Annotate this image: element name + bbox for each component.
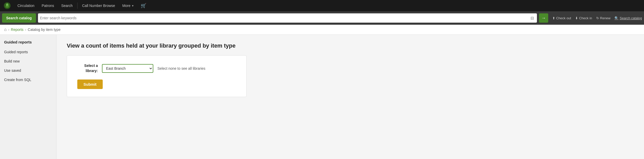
nav-more[interactable]: More ▼ (119, 2, 137, 9)
app-logo (3, 2, 11, 10)
sidebar: Guided reports Guided reports Build new … (0, 35, 56, 159)
library-select[interactable]: East Branch Main Library West Branch (102, 64, 153, 73)
more-dropdown-arrow: ▼ (131, 4, 134, 7)
sidebar-item-build-new[interactable]: Build new (0, 57, 56, 66)
sidebar-item-create-from-sql[interactable]: Create from SQL (0, 75, 56, 84)
library-label: Select alibrary: (77, 63, 98, 73)
home-icon[interactable]: ⌂ (4, 27, 7, 32)
more-label: More (122, 4, 130, 8)
report-form: Select alibrary: East Branch Main Librar… (67, 55, 247, 97)
breadcrumb: ⌂ › Reports › Catalog by item type (0, 25, 644, 35)
checkout-label: Check out (556, 16, 571, 20)
checkin-label: Check in (579, 16, 592, 20)
nav-call-number-browse[interactable]: Call Number Browse (79, 2, 118, 9)
submit-button[interactable]: Submit (77, 80, 103, 89)
checkout-icon: ⬆ (552, 16, 555, 20)
breadcrumb-current: Catalog by item type (28, 28, 61, 32)
checkin-button[interactable]: ⬇ Check in (575, 16, 592, 20)
nav-circulation[interactable]: Circulation (14, 2, 37, 9)
breadcrumb-sep-2: › (25, 28, 26, 32)
sidebar-item-guided-reports[interactable]: Guided reports (0, 47, 56, 57)
search-bar-row: Search catalog ⊟ → ⬆ Check out ⬇ Check i… (0, 11, 644, 25)
search-go-button[interactable]: → (539, 13, 548, 23)
renew-button[interactable]: ↻ Renew (596, 16, 610, 20)
search-catalog-button[interactable]: Search catalog (2, 13, 36, 23)
svg-point-2 (5, 6, 9, 8)
nav-patrons[interactable]: Patrons (39, 2, 57, 9)
library-hint: Select none to see all libraries (157, 66, 205, 70)
main-content: View a count of items held at your libra… (56, 35, 644, 159)
cart-icon[interactable]: 🛒 (138, 1, 149, 10)
breadcrumb-sep-1: › (8, 28, 10, 32)
filter-icon[interactable]: ⊟ (529, 16, 535, 21)
sidebar-item-use-saved[interactable]: Use saved (0, 66, 56, 75)
sidebar-title: Guided reports (0, 40, 56, 47)
page-heading: View a count of items held at your libra… (67, 42, 634, 49)
search-catalog-link[interactable]: 🔍 Search catalog (614, 16, 642, 20)
search-catalog-link-icon: 🔍 (614, 16, 619, 20)
nav-divider (77, 3, 78, 9)
action-buttons: ⬆ Check out ⬇ Check in ↻ Renew 🔍 Search … (552, 16, 642, 20)
search-input[interactable] (40, 16, 529, 20)
library-select-row: Select alibrary: East Branch Main Librar… (77, 63, 236, 73)
search-catalog-link-label: Search catalog (620, 16, 642, 20)
go-arrow-icon: → (541, 15, 546, 21)
checkin-icon: ⬇ (575, 16, 578, 20)
nav-search[interactable]: Search (58, 2, 75, 9)
checkout-button[interactable]: ⬆ Check out (552, 16, 571, 20)
main-layout: Guided reports Guided reports Build new … (0, 35, 644, 159)
breadcrumb-reports-link[interactable]: Reports (11, 28, 23, 32)
renew-icon: ↻ (596, 16, 599, 20)
search-input-wrapper: ⊟ (38, 13, 537, 23)
renew-label: Renew (600, 16, 610, 20)
top-navigation: Circulation Patrons Search Call Number B… (0, 0, 644, 11)
